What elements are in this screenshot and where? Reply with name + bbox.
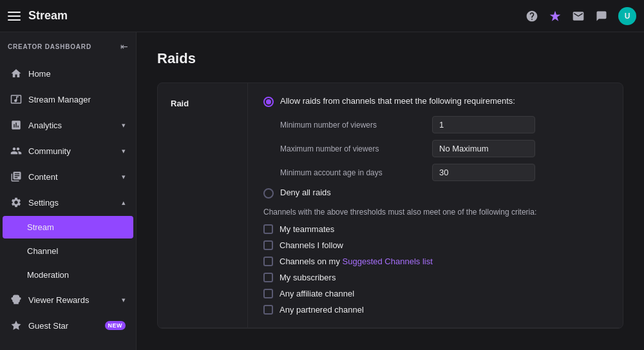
user-avatar[interactable]: U [618,7,636,25]
stream-sub-label: Stream [27,222,126,232]
sidebar-subitem-moderation[interactable]: Moderation [3,264,133,286]
guest-star-label: Guest Star [28,321,99,331]
sidebar-item-viewer-rewards[interactable]: Viewer Rewards ▾ [3,287,133,312]
raids-row: Raid Allow raids from channels that meet… [158,83,623,328]
channel-sub-label: Channel [27,246,126,256]
sidebar-item-home[interactable]: Home [3,61,133,86]
creator-dashboard-header: Creator Dashboard ⇤ [0,32,136,61]
stream-manager-icon [10,93,22,105]
field-rows: Minimum number of viewers Maximum number… [280,116,607,181]
checkbox-channels-follow[interactable]: Channels I follow [263,240,607,250]
min-age-row: Minimum account age in days [280,164,607,181]
sidebar: Creator Dashboard ⇤ Home Stream Manager … [0,32,137,350]
settings-icon [10,197,22,208]
main-layout: Creator Dashboard ⇤ Home Stream Manager … [0,32,644,350]
sidebar-item-analytics[interactable]: Analytics ▾ [3,113,133,137]
settings-chevron-icon: ▴ [122,199,126,207]
suggested-channels-link[interactable]: Suggested Channels list [343,257,433,266]
sidebar-item-guest-star[interactable]: Guest Star NEW [3,313,133,338]
content-label: Content [28,172,115,182]
hamburger-button[interactable] [8,12,21,21]
checkbox-affiliate-box[interactable] [263,289,273,298]
max-viewers-label: Maximum number of viewers [280,144,422,153]
raids-card: Raid Allow raids from channels that meet… [157,83,623,329]
sidebar-item-community[interactable]: Community ▾ [3,139,133,163]
min-age-input[interactable] [432,164,535,181]
settings-label: Settings [28,198,115,208]
moderation-sub-label: Moderation [27,270,126,280]
community-icon [10,145,22,157]
criteria-text: Channels with the above thresholds must … [263,208,607,217]
page-title: Raids [157,50,623,67]
checkbox-teammates-label: My teammates [279,224,334,234]
sidebar-item-content[interactable]: Content ▾ [3,164,133,189]
min-viewers-input[interactable] [432,116,535,133]
sidebar-subitem-stream[interactable]: Stream [3,216,133,238]
guest-star-icon [10,320,22,331]
top-bar: Stream U [0,0,644,32]
community-label: Community [28,146,115,156]
chat-icon[interactable] [595,10,608,23]
deny-raids-label: Deny all raids [280,188,331,197]
home-icon [10,68,22,79]
checkbox-affiliate[interactable]: Any affiliate channel [263,289,607,298]
checkbox-suggested-channels-box[interactable] [263,257,273,266]
sidebar-item-stream-manager[interactable]: Stream Manager [3,87,133,112]
guest-star-new-badge: NEW [105,321,126,330]
max-viewers-input[interactable] [432,140,535,157]
allow-raids-radio[interactable] [263,97,274,107]
stream-manager-label: Stream Manager [28,95,126,104]
checkbox-suggested-channels-label: Channels on my Suggested Channels list [279,257,433,266]
analytics-icon [10,119,22,131]
raids-content-col: Allow raids from channels that meet the … [248,83,623,327]
allow-raids-label: Allow raids from channels that meet the … [280,96,515,106]
checkbox-channels-follow-box[interactable] [263,240,273,250]
deny-raids-option[interactable]: Deny all raids [263,188,607,199]
analytics-chevron-icon: ▾ [122,121,126,130]
community-chevron-icon: ▾ [122,147,126,155]
top-bar-icons: U [526,7,636,25]
checkbox-teammates[interactable]: My teammates [263,224,607,234]
checkbox-partner-label: Any partnered channel [279,305,364,315]
creator-dashboard-label: Creator Dashboard [8,43,91,50]
sidebar-item-settings[interactable]: Settings ▴ [3,190,133,215]
max-viewers-row: Maximum number of viewers [280,140,607,157]
raid-label: Raid [158,83,248,327]
viewer-rewards-icon [10,294,22,306]
min-viewers-row: Minimum number of viewers [280,116,607,133]
viewer-rewards-label: Viewer Rewards [28,295,115,305]
min-viewers-label: Minimum number of viewers [280,121,422,130]
checkbox-suggested-channels[interactable]: Channels on my Suggested Channels list [263,257,607,266]
checkbox-partner-box[interactable] [263,305,273,315]
app-title: Stream [28,9,518,23]
deny-raids-radio[interactable] [263,188,274,199]
collapse-sidebar-icon[interactable]: ⇤ [120,41,128,52]
checkbox-partner[interactable]: Any partnered channel [263,305,607,315]
content-area: Raids Raid Allow raids from channels tha… [137,32,644,350]
checkbox-channels-follow-label: Channels I follow [279,240,343,250]
mail-icon[interactable] [572,10,585,23]
analytics-label: Analytics [28,121,115,130]
sidebar-subitem-channel[interactable]: Channel [3,240,133,262]
sparkle-icon[interactable] [549,10,562,23]
min-age-label: Minimum account age in days [280,168,422,177]
home-label: Home [28,69,126,79]
content-chevron-icon: ▾ [122,173,126,181]
content-icon [10,171,22,182]
checkbox-subscribers-box[interactable] [263,273,273,282]
checkbox-list: My teammates Channels I follow Channels … [263,224,607,315]
viewer-rewards-chevron-icon: ▾ [122,296,126,304]
checkbox-affiliate-label: Any affiliate channel [279,289,354,298]
checkbox-teammates-box[interactable] [263,224,273,234]
help-icon[interactable] [526,10,538,23]
checkbox-subscribers-label: My subscribers [279,273,336,282]
checkbox-subscribers[interactable]: My subscribers [263,273,607,282]
allow-raids-option[interactable]: Allow raids from channels that meet the … [263,96,607,107]
